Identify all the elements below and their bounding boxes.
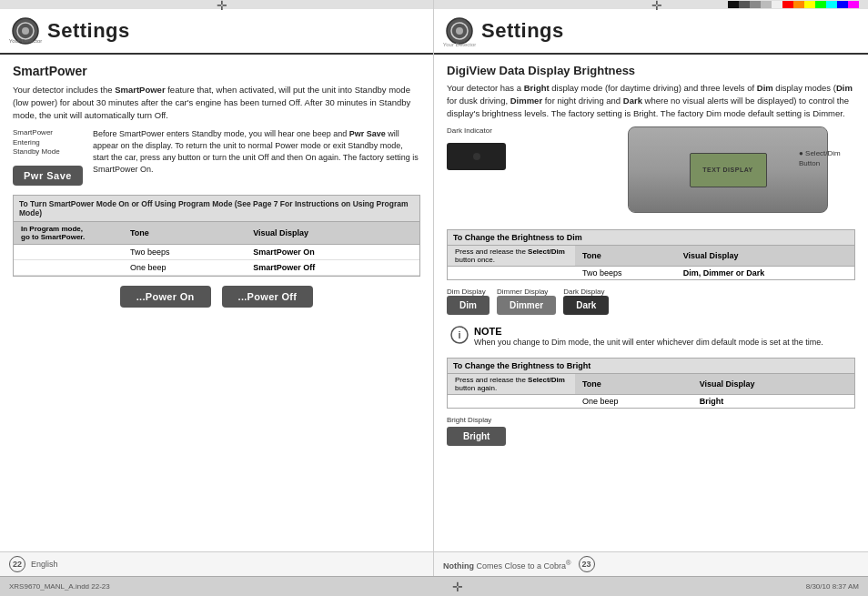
bright-action-cell [448, 394, 575, 408]
note-title: NOTE [474, 326, 502, 337]
right-page: ✛ Your Detector Settings DigiView Data D… [434, 0, 868, 576]
program-table: In Program mode,go to SmartPower. Tone V… [14, 222, 419, 276]
select-dim-text: Select/Dim Button [799, 149, 841, 167]
bright-display-label: Bright Display [447, 416, 855, 424]
right-detector-label: Your Detector [443, 42, 476, 47]
right-detector-icon: Your Detector [445, 16, 474, 45]
left-detector-label: Your Detector [9, 38, 42, 44]
power-on-button[interactable]: ...Power On [120, 286, 211, 308]
bright-tone-cell: One beep [575, 394, 692, 408]
digiview-title: DigiView Data Display Brightness [447, 64, 855, 77]
bottom-bar: XRS9670_MANL_A.indd 22-23 ✛ 8/30/10 8:37… [0, 576, 868, 596]
display-modes-row: Dim Display Dim Dimmer Display Dimmer Da… [447, 288, 855, 315]
right-header: Your Detector Settings [434, 9, 868, 55]
row1-display: SmartPower On [246, 245, 419, 260]
digiview-intro: Your detector has a Bright display mode … [447, 82, 855, 119]
right-footer-text: Nothing Comes Close to a Cobra® [443, 559, 571, 571]
row2-display: SmartPower Off [246, 260, 419, 276]
left-header-title: Settings [47, 19, 130, 43]
standby-description: Before SmartPower enters Standby mode, y… [93, 128, 420, 186]
bright-mode-button[interactable]: Bright [447, 427, 506, 446]
smartpower-intro: Your detector includes the SmartPower fe… [13, 84, 420, 121]
left-footer: 22 English [0, 551, 433, 576]
pwr-save-button[interactable]: Pwr Save [13, 166, 83, 186]
left-crosshair: ✛ [217, 0, 227, 13]
dim-visual-header: Visual Display [676, 246, 854, 267]
comes-close-text: Comes Close to a Cobra [474, 561, 566, 571]
doc-code: XRS9670_MANL_A.indd 22-23 [9, 582, 110, 591]
select-dim-label: ● Select/Dim Button [799, 149, 853, 168]
dark-indicator-box [447, 143, 506, 170]
smartpower-title: SmartPower [13, 64, 420, 78]
left-page: ✛ Your Detector Settings SmartPower Your… [0, 0, 434, 576]
dim-tone-cell: Two beeps [575, 267, 676, 280]
svg-point-2 [22, 27, 29, 35]
brightness-dim-table: Press and release the Select/Dim button … [448, 246, 854, 279]
program-table-context-col: In Program mode,go to SmartPower. [14, 222, 123, 245]
svg-point-5 [456, 27, 463, 35]
right-footer: Nothing Comes Close to a Cobra® 23 [434, 551, 868, 576]
left-footer-lang: English [31, 560, 58, 569]
left-page-number: 22 [9, 556, 25, 572]
power-off-button[interactable]: ...Power Off [222, 286, 314, 308]
note-box: i NOTE When you change to Dim mode, the … [447, 322, 855, 352]
dim-action-col: Press and release the Select/Dim button … [448, 246, 575, 267]
left-footer-left: 22 English [9, 556, 58, 572]
dim-mode-item: Dim Display Dim [447, 288, 490, 315]
nothing-text: Nothing [443, 561, 474, 571]
bright-visual-header: Visual Display [692, 374, 854, 395]
table-row: One beep SmartPower Off [14, 260, 419, 276]
brightness-dim-table-wrapper: To Change the Brightness to Dim Press an… [447, 229, 855, 280]
program-table-header: To Turn SmartPower Mode On or Off Using … [14, 196, 419, 222]
left-header: Your Detector Settings [0, 9, 433, 55]
bright-tone-header: Tone [575, 374, 692, 395]
note-icon: i [450, 326, 469, 344]
right-header-title: Settings [481, 19, 564, 43]
standby-label: SmartPower EnteringStandby Mode [13, 128, 76, 157]
dark-mode-button[interactable]: Dark [563, 296, 609, 315]
row2-context [14, 260, 123, 276]
device-illustration: TEXT DISPLAY [628, 126, 828, 213]
bottom-crosshair: ✛ [452, 580, 463, 594]
dark-display-label: Dark Display [563, 288, 609, 296]
left-content: SmartPower Your detector includes the Sm… [0, 55, 433, 551]
dim-action-cell [448, 267, 575, 280]
trademark: ® [566, 559, 571, 567]
brightness-bright-header: To Change the Brightness to Bright [448, 359, 854, 374]
dimmer-mode-item: Dimmer Display Dimmer [497, 288, 556, 315]
dim-mode-button[interactable]: Dim [447, 296, 490, 315]
svg-text:i: i [458, 329, 460, 340]
dark-indicator-label: Dark Indicator [447, 126, 492, 135]
visual-display-col-header: Visual Display [246, 222, 419, 245]
tone-col-header: Tone [123, 222, 246, 245]
brightness-bright-table: Press and release the Select/Dim button … [448, 374, 854, 408]
program-table-header-text: To Turn SmartPower Mode On or Off Using … [19, 199, 409, 217]
note-text: When you change to Dim mode, the unit wi… [474, 337, 823, 349]
power-buttons-row: ...Power On ...Power Off [13, 286, 420, 308]
dim-display-label: Dim Display [447, 288, 490, 296]
dimmer-mode-button[interactable]: Dimmer [497, 296, 556, 315]
row2-tone: One beep [123, 260, 246, 276]
dim-display-cell: Dim, Dimmer or Dark [676, 267, 854, 280]
standby-mode-box: SmartPower EnteringStandby Mode Pwr Save… [13, 128, 420, 186]
table-row: Two beeps SmartPower On [14, 245, 419, 260]
right-crosshair: ✛ [651, 0, 662, 13]
bright-display-section: Bright Display Bright [447, 416, 855, 446]
device-screen-text: TEXT DISPLAY [702, 167, 753, 173]
note-content: NOTE When you change to Dim mode, the un… [474, 326, 823, 349]
program-table-wrapper: To Turn SmartPower Mode On or Off Using … [13, 195, 420, 277]
row1-tone: Two beeps [123, 245, 246, 260]
bright-display-cell: Bright [692, 394, 854, 408]
right-page-number: 23 [579, 556, 595, 572]
device-image-area: Dark Indicator TEXT DISPLAY ● Select/Dim [447, 126, 855, 222]
brightness-bright-table-wrapper: To Change the Brightness to Bright Press… [447, 358, 855, 409]
date-time: 8/30/10 8:37 AM [806, 582, 859, 591]
color-bar [728, 1, 859, 8]
dark-mode-item: Dark Display Dark [563, 288, 609, 315]
bright-action-col: Press and release the Select/Dim button … [448, 374, 575, 395]
table-row: One beep Bright [448, 394, 854, 408]
right-content: DigiView Data Display Brightness Your de… [434, 55, 868, 551]
brightness-dim-header: To Change the Brightness to Dim [448, 230, 854, 246]
device-screen: TEXT DISPLAY [690, 153, 767, 187]
dim-tone-header: Tone [575, 246, 676, 267]
